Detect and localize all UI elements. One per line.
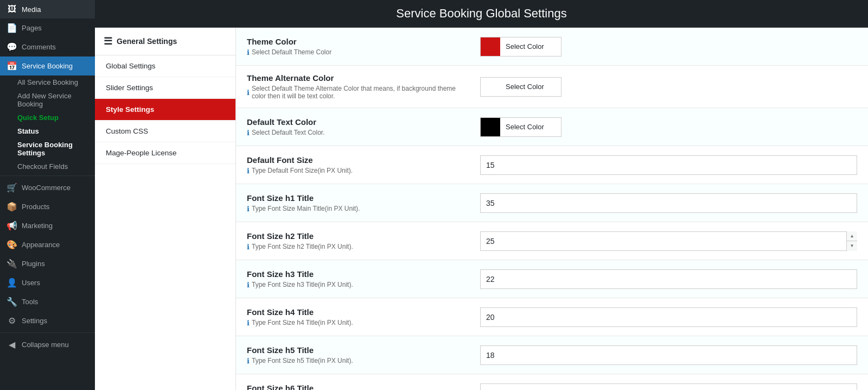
- settings-title-font-size-h6: Font Size h6 Title: [247, 383, 458, 391]
- sidebar-sub-all-service-booking[interactable]: All Service Booking: [0, 76, 95, 89]
- color-picker-btn-default-text-color[interactable]: Select Color: [480, 117, 561, 137]
- settings-label-font-size-h6: Font Size h6 Title ℹ Type Font Size h6 T…: [236, 376, 469, 391]
- sub-nav-header-label: General Settings: [117, 37, 177, 46]
- sidebar-collapse-menu[interactable]: ◀ Collapse menu: [0, 335, 95, 354]
- sidebar-sub-quick-setup[interactable]: Quick Setup: [0, 111, 95, 124]
- settings-control-theme-color: Select Color: [469, 29, 868, 64]
- number-input-font-size-h6[interactable]: [480, 383, 857, 391]
- sidebar-item-appearance[interactable]: 🎨 Appearance: [0, 235, 95, 254]
- sub-nav-global-settings[interactable]: Global Settings: [95, 55, 235, 77]
- sub-nav-mage-people-license[interactable]: Mage-People License: [95, 142, 235, 164]
- color-picker-btn-theme-color[interactable]: Select Color: [480, 37, 561, 56]
- sidebar-sub-checkout-fields[interactable]: Checkout Fields: [0, 160, 95, 173]
- settings-label-font-size-h3: Font Size h3 Title ℹ Type Font Size h3 T…: [236, 262, 469, 297]
- sub-nav-style-settings[interactable]: Style Settings: [95, 99, 235, 121]
- color-picker-btn-theme-alternate-color[interactable]: Select Color: [480, 77, 561, 97]
- sidebar-item-users[interactable]: 👤 Users: [0, 273, 95, 292]
- sub-nav-header: ☰ General Settings: [95, 28, 235, 55]
- collapse-icon: ◀: [7, 339, 17, 350]
- settings-label-theme-color: Theme Color ℹ Select Default Theme Color: [236, 29, 469, 64]
- settings-desc-text-default-font-size: Type Default Font Size(in PX Unit).: [252, 167, 353, 174]
- sidebar-sub-status[interactable]: Status: [0, 124, 95, 138]
- settings-desc-text-font-size-h5: Type Font Size h5 Title(in PX Unit).: [252, 357, 353, 364]
- settings-desc-default-text-color: ℹ Select Default Text Color.: [247, 129, 458, 137]
- settings-title-font-size-h4: Font Size h4 Title: [247, 307, 458, 317]
- settings-desc-text-font-size-h4: Type Font Size h4 Title(in PX Unit).: [252, 319, 353, 326]
- spinner-down-font-size-h2[interactable]: ▼: [847, 241, 857, 251]
- sidebar-item-products-label: Products: [22, 203, 49, 211]
- sidebar-item-pages[interactable]: 📄 Pages: [0, 18, 95, 37]
- settings-title-font-size-h1: Font Size h1 Title: [247, 193, 458, 203]
- sidebar-item-tools-label: Tools: [22, 298, 38, 306]
- users-icon: 👤: [7, 278, 17, 288]
- settings-control-font-size-h3: [469, 262, 868, 297]
- settings-label-font-size-h4: Font Size h4 Title ℹ Type Font Size h4 T…: [236, 300, 469, 335]
- settings-label-font-size-h1: Font Size h1 Title ℹ Type Font Size Main…: [236, 186, 469, 221]
- settings-desc-text-default-text-color: Select Default Text Color.: [252, 129, 325, 136]
- sidebar-item-pages-label: Pages: [22, 24, 42, 32]
- tools-icon: 🔧: [7, 297, 17, 307]
- sidebar-item-comments[interactable]: 💬 Comments: [0, 37, 95, 56]
- settings-row-font-size-h3: Font Size h3 Title ℹ Type Font Size h3 T…: [236, 260, 868, 298]
- settings-label-font-size-h2: Font Size h2 Title ℹ Type Font Size h2 T…: [236, 224, 469, 259]
- plugins-icon: 🔌: [7, 259, 17, 269]
- settings-desc-font-size-h3: ℹ Type Font Size h3 Title(in PX Unit).: [247, 281, 458, 289]
- info-icon-font-size-h3: ℹ: [247, 281, 250, 289]
- sidebar-item-products[interactable]: 📦 Products: [0, 197, 95, 216]
- info-icon-default-font-size: ℹ: [247, 167, 250, 175]
- sidebar-item-woocommerce-label: WooCommerce: [22, 184, 71, 192]
- sidebar-item-settings-label: Settings: [22, 317, 47, 325]
- settings-control-theme-alternate-color: Select Color: [469, 70, 868, 104]
- color-swatch-theme-alternate-color: [481, 77, 500, 97]
- number-input-font-size-h1[interactable]: [480, 193, 857, 213]
- sidebar-item-plugins[interactable]: 🔌 Plugins: [0, 254, 95, 273]
- settings-form: Theme Color ℹ Select Default Theme Color…: [236, 28, 868, 390]
- service-booking-icon: 📅: [7, 61, 17, 71]
- settings-row-default-font-size: Default Font Size ℹ Type Default Font Si…: [236, 146, 868, 184]
- color-btn-label-default-text-color: Select Color: [500, 123, 550, 131]
- sidebar-item-marketing-label: Marketing: [22, 222, 53, 230]
- settings-desc-font-size-h2: ℹ Type Font Size h2 Title(in PX Unit).: [247, 243, 458, 251]
- number-input-font-size-h5[interactable]: [480, 345, 857, 365]
- sidebar-item-settings[interactable]: ⚙ Settings: [0, 311, 95, 330]
- settings-title-font-size-h2: Font Size h2 Title: [247, 231, 458, 241]
- number-input-font-size-h4[interactable]: [480, 307, 857, 327]
- settings-desc-text-font-size-h1: Type Font Size Main Title(in PX Unit).: [252, 205, 360, 212]
- sidebar-item-comments-label: Comments: [22, 43, 56, 51]
- sub-navigation: ☰ General Settings Global Settings Slide…: [95, 28, 236, 390]
- settings-desc-text-theme-color: Select Default Theme Color: [252, 48, 331, 56]
- sidebar-sub-add-new-service-booking[interactable]: Add New Service Booking: [0, 89, 95, 111]
- color-btn-label-theme-color: Select Color: [500, 42, 550, 51]
- color-btn-label-theme-alternate-color: Select Color: [500, 83, 550, 91]
- number-input-default-font-size[interactable]: [480, 155, 857, 175]
- settings-title-font-size-h5: Font Size h5 Title: [247, 345, 458, 355]
- settings-control-font-size-h4: [469, 300, 868, 335]
- sub-nav-slider-settings[interactable]: Slider Settings: [95, 77, 235, 99]
- sidebar-item-appearance-label: Appearance: [22, 241, 60, 249]
- info-icon-font-size-h1: ℹ: [247, 205, 250, 213]
- spinner-up-font-size-h2[interactable]: ▲: [847, 231, 857, 242]
- sidebar-item-service-booking[interactable]: 📅 Service Booking: [0, 56, 95, 76]
- info-icon-theme-alternate-color: ℹ: [247, 89, 250, 97]
- sidebar-item-media[interactable]: 🖼 Media: [0, 0, 95, 18]
- number-input-font-size-h3[interactable]: [480, 269, 857, 289]
- info-icon-font-size-h4: ℹ: [247, 319, 250, 327]
- number-input-font-size-h2[interactable]: [480, 231, 857, 251]
- sub-nav-custom-css[interactable]: Custom CSS: [95, 121, 235, 142]
- settings-control-font-size-h1: [469, 186, 868, 221]
- sidebar-item-tools[interactable]: 🔧 Tools: [0, 292, 95, 311]
- wordpress-sidebar: 🖼 Media 📄 Pages 💬 Comments 📅 Service Boo…: [0, 0, 95, 390]
- sidebar-item-woocommerce[interactable]: 🛒 WooCommerce: [0, 178, 95, 197]
- media-icon: 🖼: [7, 4, 17, 14]
- sidebar-sub-service-booking-settings[interactable]: Service Booking Settings: [0, 138, 95, 160]
- woocommerce-icon: 🛒: [7, 183, 17, 193]
- settings-desc-font-size-h1: ℹ Type Font Size Main Title(in PX Unit).: [247, 205, 458, 213]
- settings-title-font-size-h3: Font Size h3 Title: [247, 269, 458, 279]
- settings-row-font-size-h2: Font Size h2 Title ℹ Type Font Size h2 T…: [236, 222, 868, 260]
- settings-desc-theme-color: ℹ Select Default Theme Color: [247, 48, 458, 56]
- color-swatch-default-text-color: [481, 117, 500, 137]
- sidebar-item-marketing[interactable]: 📢 Marketing: [0, 216, 95, 235]
- info-icon-font-size-h2: ℹ: [247, 243, 250, 251]
- settings-control-default-text-color: Select Color: [469, 110, 868, 144]
- settings-icon: ⚙: [7, 316, 17, 326]
